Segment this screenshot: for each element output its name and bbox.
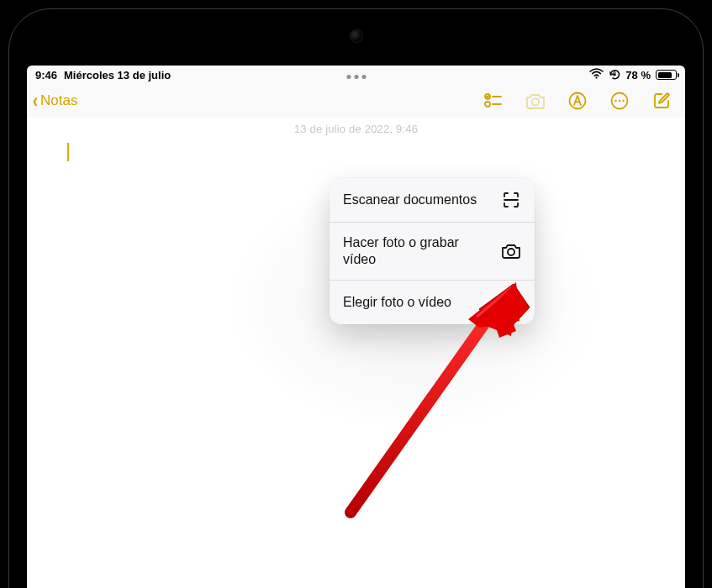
- checklist-icon[interactable]: [482, 89, 505, 113]
- menu-item-label: Hacer foto o grabar vídeo: [343, 234, 469, 268]
- ipad-frame: 9:46 Miércoles 13 de julio: [0, 0, 712, 588]
- camera-context-menu: Escanear documentos Hacer foto o grabar …: [330, 178, 535, 324]
- note-body[interactable]: 13 de julio de 2022, 9:46 Escanear docum…: [27, 118, 685, 588]
- device-camera: [351, 30, 362, 42]
- gallery-icon: [501, 292, 521, 312]
- wifi-icon: [589, 68, 604, 81]
- compose-icon[interactable]: [650, 89, 673, 113]
- note-timestamp: 13 de julio de 2022, 9:46: [294, 123, 418, 135]
- more-icon[interactable]: [608, 89, 631, 113]
- svg-rect-1: [614, 73, 616, 76]
- menu-item-label: Escanear documentos: [343, 192, 477, 208]
- markup-icon[interactable]: [566, 89, 589, 113]
- svg-point-11: [622, 100, 624, 102]
- svg-line-16: [351, 311, 493, 512]
- menu-scan-documents[interactable]: Escanear documentos: [330, 178, 535, 222]
- svg-point-3: [485, 102, 490, 107]
- menu-take-photo-video[interactable]: Hacer foto o grabar vídeo: [330, 222, 535, 280]
- battery-pct: 78 %: [625, 69, 651, 81]
- screen: 9:46 Miércoles 13 de julio: [27, 66, 685, 588]
- svg-point-6: [532, 98, 539, 105]
- back-button[interactable]: ‹ Notas: [32, 91, 77, 111]
- text-caret: [67, 143, 69, 161]
- camera-toolbar-icon[interactable]: [524, 89, 547, 113]
- camera-icon: [501, 241, 521, 261]
- battery-icon: [656, 70, 677, 80]
- menu-item-label: Elegir foto o vídeo: [343, 294, 451, 311]
- menu-choose-photo-video[interactable]: Elegir foto o vídeo: [330, 280, 535, 324]
- chevron-left-icon: ‹: [33, 91, 38, 111]
- scan-icon: [501, 190, 521, 210]
- orientation-lock-icon: [609, 68, 620, 82]
- status-date: Miércoles 13 de julio: [64, 69, 171, 81]
- back-label: Notas: [40, 92, 77, 109]
- toolbar: ‹ Notas: [27, 84, 685, 118]
- svg-point-10: [619, 100, 620, 102]
- svg-point-0: [596, 76, 598, 78]
- svg-point-9: [614, 100, 616, 102]
- status-time: 9:46: [35, 69, 57, 81]
- battery-fill: [658, 72, 672, 78]
- multitask-dots[interactable]: [346, 75, 366, 79]
- svg-point-13: [508, 249, 514, 255]
